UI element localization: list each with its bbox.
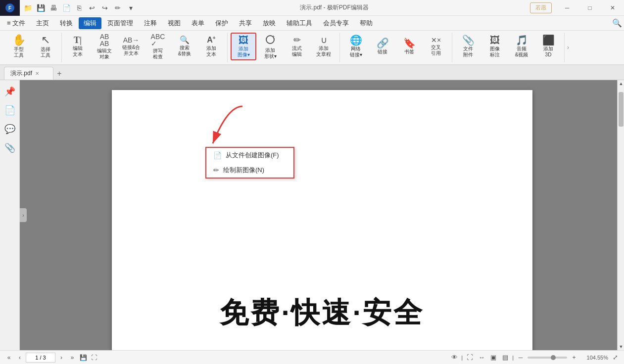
export-icon[interactable]: 💾: [78, 353, 88, 363]
close-button[interactable]: ✕: [601, 0, 624, 16]
tab-close-button[interactable]: ✕: [35, 71, 39, 76]
fit-width-icon[interactable]: ↔: [477, 353, 486, 363]
edit-object-button[interactable]: ABAB 编辑文对象: [92, 33, 117, 60]
two-page-icon[interactable]: ▣: [488, 353, 498, 363]
create-image-from-file-item[interactable]: 📄 从文件创建图像(F): [206, 148, 293, 163]
quick-tools: 📁 💾 🖶 📄 ⎘ ↩ ↪ ✏ ▾: [20, 2, 139, 14]
maximize-button[interactable]: □: [578, 0, 601, 16]
sidebar-page-icon[interactable]: 📄: [2, 103, 17, 118]
hand-tool-button[interactable]: ✋ 手型工具: [6, 33, 32, 60]
3d-label: 添加3D: [543, 46, 553, 58]
link-button[interactable]: 🔗 链接: [370, 33, 395, 60]
menu-tools[interactable]: 辅助工具: [282, 17, 317, 29]
cross-ref-label: 交叉引用: [431, 45, 441, 56]
scrollbar-vertical[interactable]: ▲ ▼: [617, 80, 624, 350]
menu-home[interactable]: 主页: [31, 17, 54, 29]
search-replace-button[interactable]: 🔍 搜索&替换: [172, 33, 197, 60]
zoom-in-button[interactable]: +: [569, 353, 579, 363]
edit-object-icon: ABAB: [100, 33, 109, 47]
main-area: 📌 📄 💬 📎 ▲ ▼ › 免费·快速·安全 📄 从文件创建图像(F): [0, 80, 624, 350]
undo-icon[interactable]: ↩: [86, 2, 98, 14]
zoom-controls: 👁 | ⛶ ↔ ▣ ▤ | ─ + 104.55% ⤢: [449, 353, 620, 363]
draw-new-image-item[interactable]: ✏ 绘制新图像(N): [206, 163, 293, 178]
toolbar-scroll-right[interactable]: ›: [565, 44, 572, 51]
left-sidebar: 📌 📄 💬 📎: [0, 80, 20, 350]
new-tab-button[interactable]: +: [53, 68, 65, 80]
image-mark-button[interactable]: 🖼 图像标注: [482, 33, 508, 60]
scroll-thumb[interactable]: [619, 92, 624, 127]
pdf-area: ▲ ▼ › 免费·快速·安全 📄 从文件创建图像(F) ✏ 绘制新图像(N): [20, 80, 624, 350]
open-icon[interactable]: 📁: [22, 2, 34, 14]
scroll-mode-icon[interactable]: ▤: [500, 353, 510, 363]
toolbar-group-tools: ✋ 手型工具 ↖ 选择工具: [3, 33, 62, 62]
link-merge-label: 链接&合并文本: [122, 45, 141, 56]
scroll-up-arrow[interactable]: ▲: [618, 80, 624, 87]
add-shape-icon: +: [265, 34, 276, 46]
edit-text-button[interactable]: T| 编辑文本: [65, 33, 91, 60]
minimize-button[interactable]: ─: [556, 0, 578, 16]
page-input[interactable]: [26, 353, 55, 363]
print-icon[interactable]: 🖶: [48, 2, 59, 14]
menu-protect[interactable]: 保护: [210, 17, 233, 29]
flow-edit-button[interactable]: ✏ 流式编辑: [284, 33, 310, 60]
search-replace-label: 搜索&替换: [178, 45, 192, 57]
select-tool-button[interactable]: ↖ 选择工具: [33, 33, 58, 60]
menu-file[interactable]: ≡ 文件: [2, 17, 30, 29]
menu-view[interactable]: 视图: [163, 17, 186, 29]
web-label: 网络链接▾: [350, 46, 362, 58]
add-3d-button[interactable]: ⬛ 添加3D: [535, 33, 561, 60]
menu-form[interactable]: 表单: [187, 17, 209, 29]
fit-icon[interactable]: ⛶: [89, 353, 99, 363]
web-link-button[interactable]: 🌐 网络链接▾: [343, 33, 369, 60]
sidebar-bookmark-icon[interactable]: 📌: [2, 84, 17, 99]
menu-present[interactable]: 放映: [258, 17, 281, 29]
add-image-label: 添加图像▾: [238, 46, 250, 58]
menu-annotate[interactable]: 注释: [139, 17, 162, 29]
next-page-button[interactable]: ›: [56, 353, 66, 363]
add-image-button[interactable]: 🖼 添加图像▾: [231, 33, 256, 60]
member-button[interactable]: 若愿: [530, 2, 552, 13]
menu-page-manage[interactable]: 页面管理: [102, 17, 138, 29]
dropdown-arrow-icon[interactable]: ▾: [125, 2, 137, 14]
svg-text:+: +: [272, 34, 275, 39]
copy-icon[interactable]: ⎘: [73, 2, 85, 14]
spell-icon: ABC✓: [151, 33, 165, 47]
spell-check-button[interactable]: ABC✓ 拼写检查: [145, 33, 171, 60]
sidebar-attach-icon[interactable]: 📎: [2, 140, 17, 155]
tab-bar: 演示.pdf ✕ +: [0, 65, 624, 80]
link-merge-button[interactable]: AB→ 链接&合并文本: [118, 33, 144, 60]
sidebar-comment-icon[interactable]: 💬: [2, 122, 17, 136]
add-article-button[interactable]: ∪ 添加文章程: [311, 33, 336, 60]
scroll-down-arrow[interactable]: ▼: [618, 343, 624, 350]
edit-icon[interactable]: ✏: [112, 2, 124, 14]
redo-icon[interactable]: ↪: [99, 2, 111, 14]
add-text-button[interactable]: A+ 添加文本: [198, 33, 224, 60]
expand-panel-button[interactable]: ›: [20, 208, 27, 222]
eye-icon[interactable]: 👁: [449, 353, 459, 363]
menu-edit[interactable]: 编辑: [79, 17, 101, 29]
fullscreen-icon[interactable]: ⤢: [610, 353, 620, 363]
prev-page-button[interactable]: ‹: [15, 353, 25, 363]
fit-page-icon[interactable]: ⛶: [465, 353, 475, 363]
file-attach-button[interactable]: 📎 文件附件: [455, 33, 481, 60]
zoom-thumb[interactable]: [551, 355, 556, 360]
new-icon[interactable]: 📄: [60, 2, 72, 14]
menu-share[interactable]: 共享: [234, 17, 257, 29]
search-icon[interactable]: 🔍: [612, 18, 622, 28]
add-text-label: 添加文本: [206, 46, 216, 57]
audio-video-button[interactable]: 🎵 音频&视频: [509, 33, 534, 60]
cross-ref-button[interactable]: ✕× 交叉引用: [423, 33, 449, 60]
tab-pdf[interactable]: 演示.pdf ✕: [4, 67, 53, 80]
last-page-button[interactable]: »: [67, 353, 77, 363]
zoom-slider[interactable]: [528, 357, 567, 359]
menu-member[interactable]: 会员专享: [318, 17, 354, 29]
zoom-out-button[interactable]: ─: [516, 353, 526, 363]
save-icon[interactable]: 💾: [35, 2, 47, 14]
window-title: 演示.pdf - 极昕PDF编辑器: [139, 3, 530, 12]
menu-convert[interactable]: 转换: [55, 17, 78, 29]
first-page-button[interactable]: «: [4, 353, 14, 363]
bookmark-button[interactable]: 🔖 书签: [396, 33, 422, 60]
menu-help[interactable]: 帮助: [355, 17, 378, 29]
search-area[interactable]: 🔍: [612, 18, 622, 28]
add-shape-button[interactable]: + 添加形状▾: [257, 33, 283, 60]
